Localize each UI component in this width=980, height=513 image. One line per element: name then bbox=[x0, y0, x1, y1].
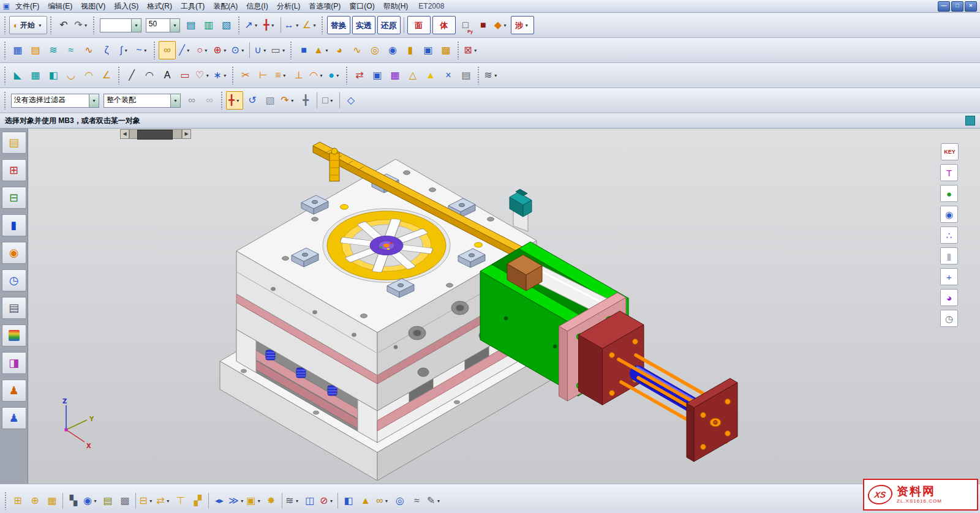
snap-point-icon[interactable]: ╋▾ bbox=[226, 91, 243, 110]
palette-icon[interactable]: ◨ bbox=[2, 352, 26, 374]
checker-cube-icon[interactable]: ▚ bbox=[65, 492, 82, 510]
clay-model-icon[interactable]: ● bbox=[940, 185, 958, 202]
dropdown-arrow-icon[interactable]: ▾ bbox=[502, 23, 508, 28]
swept-surface-icon[interactable]: ∿ bbox=[80, 41, 97, 59]
vial-icon[interactable]: ▮ bbox=[940, 247, 958, 264]
slider-track[interactable] bbox=[129, 129, 182, 139]
polyline-icon[interactable]: ∗▾ bbox=[212, 66, 229, 84]
toolbar-grip[interactable] bbox=[477, 66, 480, 84]
slider-right-arrow-icon[interactable]: ▶ bbox=[182, 129, 191, 139]
basic-line-icon[interactable]: ╱ bbox=[123, 66, 140, 84]
find-component-icon[interactable]: ◉▾ bbox=[82, 492, 99, 510]
reuse-library-icon[interactable]: ▮ bbox=[2, 214, 26, 236]
combo-arrow-icon[interactable]: ▼ bbox=[131, 19, 141, 32]
redo-icon[interactable]: ↷▾ bbox=[73, 16, 90, 34]
layer-visible-icon[interactable]: ▥ bbox=[200, 16, 217, 34]
restore-button[interactable]: 还原 bbox=[377, 16, 401, 34]
menu-help[interactable]: 帮助(H) bbox=[379, 1, 413, 12]
hole-icon[interactable]: ◉ bbox=[384, 41, 401, 59]
body-button[interactable]: 体 bbox=[432, 16, 456, 34]
combo-arrow-icon[interactable]: ▼ bbox=[89, 94, 99, 107]
clearance-analysis-icon[interactable]: ⊘▾ bbox=[318, 492, 336, 510]
orient-view-icon[interactable]: ↷▾ bbox=[279, 91, 296, 110]
toolbar-grip[interactable] bbox=[92, 16, 96, 34]
tube-icon[interactable]: ◎ bbox=[366, 41, 383, 59]
combo-arrow-icon[interactable]: ▼ bbox=[170, 94, 180, 107]
dropdown-arrow-icon[interactable]: ▾ bbox=[92, 498, 98, 504]
dropdown-arrow-icon[interactable]: ▾ bbox=[270, 23, 276, 28]
dropdown-arrow-icon[interactable]: ▾ bbox=[335, 73, 341, 78]
dropdown-arrow-icon[interactable]: ▾ bbox=[312, 23, 317, 28]
part-navigator-icon[interactable]: ⊟ bbox=[2, 187, 26, 209]
offset-surface-icon[interactable]: ◧ bbox=[45, 66, 62, 84]
dropdown-arrow-icon[interactable]: ▾ bbox=[186, 48, 191, 53]
menu-edit[interactable]: 编辑(E) bbox=[43, 1, 77, 12]
move-object-icon[interactable]: ⇄ bbox=[351, 66, 368, 84]
orange-part-icon[interactable]: ◆▾ bbox=[492, 16, 510, 34]
dropdown-arrow-icon[interactable]: ▾ bbox=[148, 498, 154, 504]
wave-editor-icon[interactable]: ≈ bbox=[409, 492, 426, 510]
constraint-navigator-icon[interactable]: ⊞ bbox=[2, 159, 26, 181]
hd3d-tool-icon[interactable]: ◉ bbox=[2, 242, 26, 264]
interference-button[interactable]: 涉▾ bbox=[511, 16, 534, 34]
dropdown-arrow-icon[interactable]: ▾ bbox=[493, 73, 499, 78]
red-solid-icon[interactable]: ■ bbox=[475, 16, 492, 34]
isolate-component-icon[interactable]: ◎ bbox=[391, 492, 409, 510]
slider-left-arrow-icon[interactable]: ◀ bbox=[120, 129, 129, 139]
draft-icon[interactable]: ∠ bbox=[98, 66, 115, 84]
ruled-surface-icon[interactable]: ≋ bbox=[45, 41, 62, 59]
dropdown-arrow-icon[interactable]: ▾ bbox=[328, 498, 334, 504]
wireframe-cube-icon[interactable]: ◇ bbox=[342, 91, 360, 110]
studio-spline-icon[interactable]: ~▾ bbox=[134, 41, 151, 59]
droplet-icon[interactable]: ●▾ bbox=[326, 66, 343, 84]
drafting-sheet-icon[interactable]: ▤ bbox=[27, 41, 44, 59]
toolbar-grip[interactable] bbox=[290, 41, 293, 59]
ellipse-icon[interactable]: ⊙▾ bbox=[230, 41, 247, 59]
dropdown-arrow-icon[interactable]: ▾ bbox=[294, 498, 300, 504]
translucency-button[interactable]: 实透 bbox=[352, 16, 375, 34]
product-outline-icon[interactable]: ◫ bbox=[301, 492, 318, 510]
dropdown-arrow-icon[interactable]: ▾ bbox=[290, 98, 295, 103]
clock-icon[interactable]: ◷ bbox=[940, 310, 958, 327]
close-button[interactable]: × bbox=[965, 1, 977, 12]
csys-icon[interactable]: ╋▾ bbox=[261, 16, 278, 34]
work-layer-combo[interactable]: 50▼ bbox=[146, 18, 180, 32]
menu-window[interactable]: 窗口(O) bbox=[345, 1, 379, 12]
toolbar-grip[interactable] bbox=[4, 492, 7, 510]
wave-geometry-icon[interactable]: ≋▾ bbox=[483, 66, 500, 84]
dropdown-arrow-icon[interactable]: ▾ bbox=[240, 48, 246, 53]
rotate-view-icon[interactable]: ↺ bbox=[244, 91, 261, 110]
divide-curve-icon[interactable]: ⊢ bbox=[255, 66, 272, 84]
helix-icon[interactable]: ζ bbox=[98, 41, 115, 59]
dropdown-arrow-icon[interactable]: ▾ bbox=[435, 498, 441, 504]
assembly-scope-combo-value[interactable]: 整个装配 bbox=[104, 94, 170, 107]
assembly-navigator-icon[interactable]: ▤ bbox=[2, 132, 26, 154]
face-blend-icon[interactable]: ◠ bbox=[80, 66, 97, 84]
toolbar-grip[interactable] bbox=[118, 66, 121, 84]
mating-icon[interactable]: ▞ bbox=[189, 492, 206, 510]
copy-object-icon[interactable]: ▣ bbox=[369, 66, 386, 84]
face-button[interactable]: 面 bbox=[407, 16, 431, 34]
menu-preferences[interactable]: 首选项(P) bbox=[304, 1, 345, 12]
bounded-plane-icon[interactable]: ◣ bbox=[9, 66, 26, 84]
pocket-icon[interactable]: ▣ bbox=[420, 41, 437, 59]
dropdown-arrow-icon[interactable]: ▾ bbox=[256, 498, 262, 504]
toolbar-grip[interactable] bbox=[232, 66, 235, 84]
dropdown-arrow-icon[interactable]: ▾ bbox=[222, 73, 228, 78]
sweep-along-guide-icon[interactable]: ∿ bbox=[349, 41, 366, 59]
offset-curve-icon[interactable]: ≡▾ bbox=[273, 66, 290, 84]
toolbar-grip[interactable] bbox=[321, 16, 324, 34]
toolbar-grip[interactable] bbox=[153, 41, 156, 59]
menu-analysis[interactable]: 分析(L) bbox=[273, 1, 305, 12]
new-component-icon[interactable]: ⊕ bbox=[26, 492, 43, 510]
view-style-combo[interactable]: ▼ bbox=[100, 18, 141, 32]
menu-file[interactable]: 文件(F) bbox=[11, 1, 43, 12]
menu-assemblies[interactable]: 装配(A) bbox=[209, 1, 242, 12]
wave-link-icon[interactable]: ∞ bbox=[159, 41, 176, 59]
toolbar-grip[interactable] bbox=[457, 41, 460, 59]
dropdown-arrow-icon[interactable]: ▾ bbox=[383, 498, 389, 504]
warning-icon[interactable]: ▲ bbox=[422, 66, 439, 84]
clipboard-icon[interactable]: ▤ bbox=[458, 66, 475, 84]
dropdown-arrow-icon[interactable]: ▾ bbox=[254, 23, 259, 28]
toolbar-grip[interactable] bbox=[50, 16, 53, 34]
